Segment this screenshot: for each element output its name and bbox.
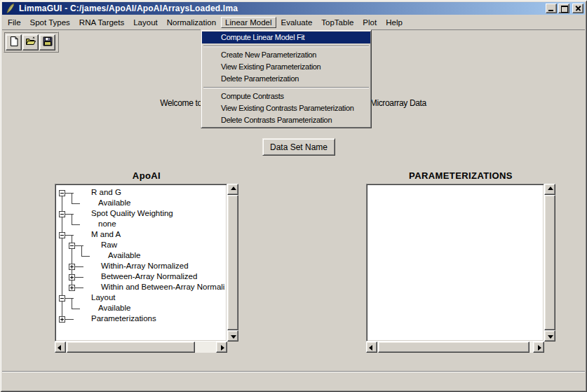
tree-connector-line [65,298,74,299]
menu-separator [203,87,369,88]
tree-connector-line [72,203,80,204]
arrow-down-icon [231,335,236,339]
tree-node-label[interactable]: Spot Quality Weighting [91,208,173,219]
tree-expand-icon[interactable] [69,285,75,291]
menu-item-linear-model[interactable]: Linear Model [221,17,276,28]
tree-collapse-icon[interactable] [59,295,65,302]
menu-option-compute-contrasts[interactable]: Compute Contrasts [202,90,370,102]
menu-item-evaluate[interactable]: Evaluate [277,17,317,28]
tree-node-label[interactable]: Within and Between-Array Normalized [101,282,225,292]
scroll-right-button[interactable] [533,342,544,353]
scrollbar-thumb[interactable] [378,342,529,353]
tree-node-label[interactable]: Available [108,250,140,261]
arrow-up-icon [231,187,236,190]
scrollbar-thumb[interactable] [67,342,195,353]
status-strip [2,372,585,389]
tree-collapse-icon[interactable] [59,232,65,238]
open-button[interactable] [22,34,39,50]
tree-collapse-icon[interactable] [69,243,75,249]
right-horizontal-scrollbar[interactable] [366,342,544,353]
tree-connector-line [75,277,83,278]
arrow-right-icon [538,345,541,351]
tk-feather-icon [5,3,16,14]
left-vertical-scrollbar[interactable] [227,184,238,342]
left-horizontal-scrollbar[interactable] [55,342,227,353]
tree-node-label[interactable]: Within-Array Normalized [101,261,189,271]
menu-option-create-new-parameterization[interactable]: Create New Parameterization [202,49,370,61]
dataset-tree: R and GAvailableSpot Quality Weightingno… [57,186,225,339]
scrollbar-thumb[interactable] [544,195,555,330]
tree-connector-line [65,193,74,194]
tree-connector-line [65,319,74,320]
new-file-icon [8,36,20,49]
window-title: LimmaGUI - C:/james/ApoAI/ApoAIArraysLoa… [19,4,544,13]
scroll-left-button[interactable] [55,342,66,353]
right-panel-title: PARAMETERIZATIONS [366,170,555,181]
tree-node-label[interactable]: R and G [91,187,121,198]
tree-connector-line [72,224,80,225]
scroll-right-button[interactable] [216,342,227,353]
menu-item-help[interactable]: Help [382,17,407,28]
new-button[interactable] [6,34,22,50]
tree-collapse-icon[interactable] [59,190,65,196]
tree-node-label[interactable]: Available [98,198,130,208]
scrollbar-thumb[interactable] [227,195,238,330]
tree-node-label[interactable]: M and A [91,229,121,240]
tree-connector-line [75,245,83,246]
titlebar[interactable]: LimmaGUI - C:/james/ApoAI/ApoAIArraysLoa… [2,2,585,15]
maximize-button[interactable] [558,4,569,13]
arrow-right-icon [221,345,224,351]
tree-connector-line [65,235,74,236]
tree-node-label[interactable]: Raw [101,240,117,250]
tree-collapse-icon[interactable] [59,211,65,217]
arrow-left-icon [58,345,61,351]
menu-option-delete-parameterization[interactable]: Delete Parameterization [202,73,370,85]
tree-node-label[interactable]: Layout [91,292,116,303]
menu-option-delete-contrasts-parameterization[interactable]: Delete Contrasts Parameterization [202,114,370,126]
maximize-icon [561,6,568,13]
menu-separator [203,46,369,47]
menu-item-normalization[interactable]: Normalization [163,17,220,28]
tree-connector-line [72,193,72,203]
tree-node-label[interactable]: Between-Array Normalized [101,271,197,282]
menu-option-view-existing-parameterization[interactable]: View Existing Parameterization [202,61,370,73]
left-panel-title: ApoAI [55,170,238,181]
menu-item-file[interactable]: File [4,17,25,28]
menu-item-plot[interactable]: Plot [358,17,381,28]
open-folder-icon [25,36,36,49]
right-vertical-scrollbar[interactable] [544,184,555,342]
tree-connector-line [65,214,74,215]
menu-item-toptable[interactable]: TopTable [317,17,358,28]
scroll-left-button[interactable] [366,342,377,353]
tree-node-label[interactable]: Available [98,303,130,313]
linear-model-menu: Compute Linear Model FitCreate New Param… [201,29,372,128]
tree-connector-line [81,245,82,256]
tree-expand-icon[interactable] [59,316,65,323]
minimize-button[interactable] [546,4,557,13]
tree-connector-line [75,288,83,288]
scroll-down-button[interactable] [544,330,555,342]
menu-option-view-existing-contrasts-parameterization[interactable]: View Existing Contrasts Parameterization [202,102,370,114]
close-button[interactable] [572,4,583,13]
minimize-icon [548,10,553,11]
menu-item-layout[interactable]: Layout [129,17,162,28]
menu-item-rna-targets[interactable]: RNA Targets [75,17,128,28]
app-window: LimmaGUI - C:/james/ApoAI/ApoAIArraysLoa… [0,0,587,392]
arrow-down-icon [548,335,553,339]
tree-connector-line [75,266,83,267]
save-button[interactable] [39,34,55,50]
scroll-up-button[interactable] [227,184,238,195]
tree-connector-line [81,256,90,257]
tree-expand-icon[interactable] [69,264,75,270]
scroll-up-button[interactable] [544,184,555,195]
save-icon [42,36,53,49]
dataset-tree-listbox[interactable]: R and GAvailableSpot Quality Weightingno… [55,184,227,342]
tree-node-label[interactable]: Parameterizations [91,313,156,324]
scroll-down-button[interactable] [227,330,238,342]
menu-option-compute-linear-model-fit[interactable]: Compute Linear Model Fit [202,32,370,43]
tree-expand-icon[interactable] [69,274,75,281]
data-set-name-button[interactable]: Data Set Name [262,138,335,156]
parameterizations-listbox[interactable] [366,184,544,342]
tree-node-label[interactable]: none [98,219,116,229]
menu-item-spot-types[interactable]: Spot Types [26,17,74,28]
